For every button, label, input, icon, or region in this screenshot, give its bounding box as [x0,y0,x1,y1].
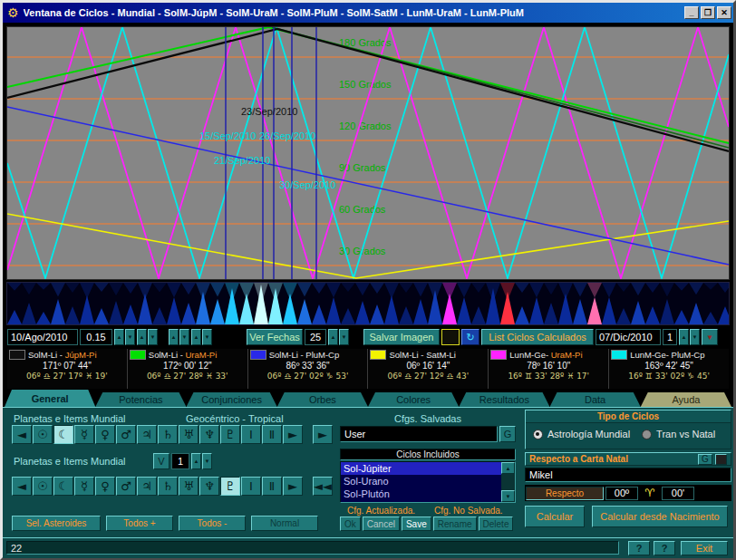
spin-down-button[interactable]: ▼ [202,453,212,469]
r2-uranus-button[interactable]: ♅ [179,477,199,496]
refresh-button[interactable]: ↻ [461,329,479,345]
spin-down-button[interactable]: ▼ [179,329,189,345]
respecto-minutes-field[interactable]: 00' [662,487,694,500]
sel-asteroides-button[interactable]: Sel. Asteroides [12,516,101,531]
list-item[interactable]: Sol-Urano [341,475,501,488]
tab-data[interactable]: Data [550,392,641,407]
tab-resultados[interactable]: Resultados [459,392,549,407]
r1-jupiter-button[interactable]: ♃ [137,425,157,444]
step-field[interactable]: 0.15 [80,329,112,345]
r1-nav-right-2-button[interactable]: ► [313,425,333,444]
spin-down-button[interactable]: ▼ [690,329,700,345]
calcular-desde-nacimiento-button[interactable]: Calcular desde Nacimiento [592,506,728,527]
r1-mercury-button[interactable]: ☿ [74,425,94,444]
r2-moon-button[interactable]: ☾ [53,477,73,496]
pages-spinner[interactable]: ▲▼ [679,329,700,345]
v-button[interactable]: V [153,453,169,469]
tab-conjunciones[interactable]: Conjunciones [187,392,277,407]
r2-neptune-button[interactable]: ♆ [199,477,219,496]
spin-down-button[interactable]: ▼ [125,329,135,345]
respecto-degrees-field[interactable]: 00º [605,487,638,500]
interval-field[interactable]: 25 [305,329,326,345]
v-spinner[interactable]: ▲▼ [191,453,212,469]
r2-mars-button[interactable]: ♂ [116,477,136,496]
offset-spinner[interactable]: ▲▼ [169,329,189,345]
r2-jupiter-button[interactable]: ♃ [137,477,157,496]
spin-down-button[interactable]: ▼ [339,329,349,345]
help-button-1[interactable]: ? [628,541,650,555]
r2-point-ii-button[interactable]: Ⅱ [262,477,282,496]
start-date-field[interactable]: 10/Ago/2010 [7,329,78,345]
tab-orbes[interactable]: Orbes [277,392,368,407]
normal-button[interactable]: Normal [251,516,318,531]
r1-sun-button[interactable]: ☉ [33,425,53,444]
scroll-up-button[interactable]: ▲ [501,462,515,474]
titlebar[interactable]: ⚙ Ventana de Ciclos - Mundial - SolM-Júp… [3,3,733,23]
r2-sun-button[interactable]: ☉ [33,477,53,496]
r2-rewind-button[interactable]: ◄◄ [313,477,333,496]
config-name-input[interactable] [340,426,498,442]
spin-up-button[interactable]: ▲ [169,329,179,345]
help-button-2[interactable]: ? [654,541,675,555]
spin-up-button[interactable]: ▲ [114,329,124,345]
spin-down-button[interactable]: ▼ [202,329,212,345]
todos-minus-button[interactable]: Todos - [179,516,246,531]
r1-uranus-button[interactable]: ♅ [179,425,199,444]
page-down-button[interactable]: ▼ [702,329,718,345]
image-frame-button[interactable] [441,329,460,345]
natal-toggle-button[interactable] [715,454,727,465]
tab-general[interactable]: General [5,390,95,407]
radio-astrologia-mundial[interactable] [533,430,543,439]
ver-fechas-button[interactable]: Ver Fechas [247,329,303,345]
r2-nav-right-button[interactable]: ► [283,477,303,496]
r2-venus-button[interactable]: ♀ [95,477,115,496]
step-spinner-2[interactable]: ▲▼ [137,329,158,345]
ok-button[interactable]: Ok [340,517,361,531]
delete-button[interactable]: Delete [479,517,514,531]
ciclos-listbox[interactable]: Sol-JúpiterSol-UranoSol-Plutón ▲ ▼ [340,461,516,503]
radio-tran-vs-natal[interactable] [642,430,652,439]
list-item[interactable]: Sol-Plutón [341,488,501,500]
r2-pluto-button[interactable]: ♇ [220,477,240,496]
spin-up-button[interactable]: ▲ [328,329,338,345]
r1-pluto-button[interactable]: ♇ [220,425,240,444]
spin-up-button[interactable]: ▲ [191,453,201,469]
save-button[interactable]: Save [402,517,431,531]
g-natal-button[interactable]: G [698,454,712,465]
cycles-chart[interactable]: 180 Grados150 Grados120 Grados90 Grados6… [7,27,729,279]
r1-point-i-button[interactable]: Ⅰ [241,425,261,444]
step-spinner[interactable]: ▲▼ [114,329,135,345]
minimize-button[interactable]: _ [684,6,699,19]
respecto-button[interactable]: Respecto [526,487,604,500]
list-scrollbar[interactable]: ▲ ▼ [501,462,515,502]
list-ciclos-calculados-button[interactable]: List Ciclos Calculados [481,329,594,345]
scroll-down-button[interactable]: ▼ [501,490,515,502]
r1-saturn-button[interactable]: ♄ [158,425,178,444]
spin-up-button[interactable]: ▲ [191,329,201,345]
interval-spinner[interactable]: ▲▼ [328,329,349,345]
close-button[interactable]: ✕ [717,6,731,19]
spin-up-button[interactable]: ▲ [137,329,147,345]
r2-point-i-button[interactable]: Ⅰ [241,477,261,496]
r1-point-ii-button[interactable]: Ⅱ [262,425,282,444]
calcular-button[interactable]: Calcular [525,506,585,527]
exit-button[interactable]: Exit [681,541,728,555]
todos-plus-button[interactable]: Todos + [106,516,173,531]
list-item[interactable]: Sol-Júpiter [341,462,501,475]
r1-nav-left-button[interactable]: ◄ [12,425,32,444]
r1-nav-right-button[interactable]: ► [283,425,303,444]
natal-name-input[interactable] [525,468,731,482]
r2-mercury-button[interactable]: ☿ [74,477,94,496]
r2-nav-left-button[interactable]: ◄ [12,477,32,496]
r1-mars-button[interactable]: ♂ [116,425,136,444]
r2-saturn-button[interactable]: ♄ [158,477,178,496]
v-value-field[interactable]: 1 [171,453,189,469]
maximize-button[interactable]: ❐ [701,6,715,19]
spin-up-button[interactable]: ▲ [679,329,689,345]
offset-spinner-2[interactable]: ▲▼ [191,329,212,345]
r1-moon-button[interactable]: ☾ [53,425,73,444]
salvar-imagen-button[interactable]: Salvar Imagen [363,329,440,345]
pages-field[interactable]: 1 [663,329,677,345]
r1-venus-button[interactable]: ♀ [95,425,115,444]
spin-down-button[interactable]: ▼ [148,329,158,345]
